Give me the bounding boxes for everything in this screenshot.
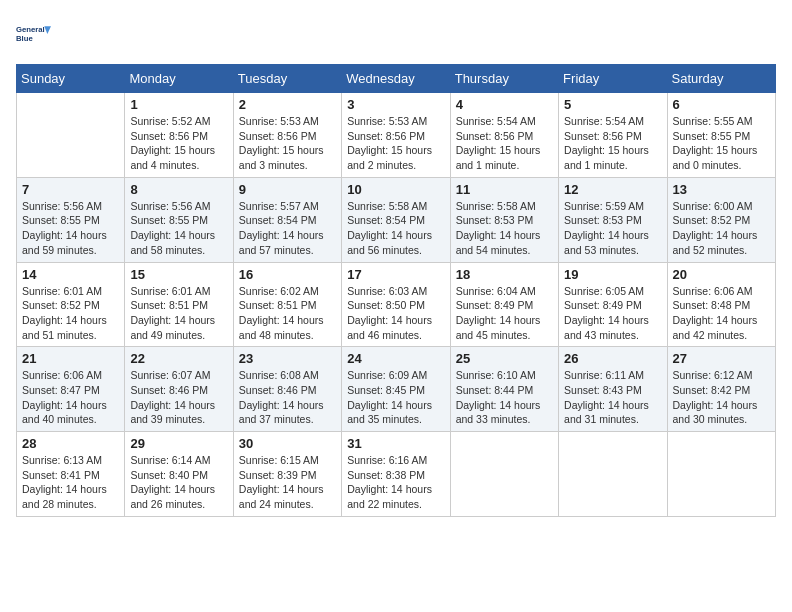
day-info: Sunrise: 6:08 AMSunset: 8:46 PMDaylight:… [239,368,336,427]
day-number: 8 [130,182,227,197]
calendar-cell: 23Sunrise: 6:08 AMSunset: 8:46 PMDayligh… [233,347,341,432]
day-number: 7 [22,182,119,197]
day-info: Sunrise: 5:56 AMSunset: 8:55 PMDaylight:… [22,199,119,258]
week-row-4: 21Sunrise: 6:06 AMSunset: 8:47 PMDayligh… [17,347,776,432]
calendar-cell: 5Sunrise: 5:54 AMSunset: 8:56 PMDaylight… [559,93,667,178]
day-number: 25 [456,351,553,366]
day-number: 29 [130,436,227,451]
week-row-3: 14Sunrise: 6:01 AMSunset: 8:52 PMDayligh… [17,262,776,347]
weekday-header-monday: Monday [125,65,233,93]
day-number: 1 [130,97,227,112]
calendar-cell: 24Sunrise: 6:09 AMSunset: 8:45 PMDayligh… [342,347,450,432]
day-number: 2 [239,97,336,112]
weekday-header-wednesday: Wednesday [342,65,450,93]
calendar-cell: 11Sunrise: 5:58 AMSunset: 8:53 PMDayligh… [450,177,558,262]
day-number: 17 [347,267,444,282]
calendar-cell: 31Sunrise: 6:16 AMSunset: 8:38 PMDayligh… [342,432,450,517]
day-number: 21 [22,351,119,366]
calendar-cell: 12Sunrise: 5:59 AMSunset: 8:53 PMDayligh… [559,177,667,262]
day-info: Sunrise: 6:04 AMSunset: 8:49 PMDaylight:… [456,284,553,343]
calendar-cell: 16Sunrise: 6:02 AMSunset: 8:51 PMDayligh… [233,262,341,347]
calendar-cell: 21Sunrise: 6:06 AMSunset: 8:47 PMDayligh… [17,347,125,432]
day-number: 10 [347,182,444,197]
calendar-cell: 18Sunrise: 6:04 AMSunset: 8:49 PMDayligh… [450,262,558,347]
calendar-cell [450,432,558,517]
calendar-cell: 28Sunrise: 6:13 AMSunset: 8:41 PMDayligh… [17,432,125,517]
day-number: 15 [130,267,227,282]
day-info: Sunrise: 6:01 AMSunset: 8:51 PMDaylight:… [130,284,227,343]
day-number: 12 [564,182,661,197]
calendar-cell: 6Sunrise: 5:55 AMSunset: 8:55 PMDaylight… [667,93,775,178]
day-number: 18 [456,267,553,282]
calendar-cell: 8Sunrise: 5:56 AMSunset: 8:55 PMDaylight… [125,177,233,262]
weekday-header-row: SundayMondayTuesdayWednesdayThursdayFrid… [17,65,776,93]
calendar-cell: 13Sunrise: 6:00 AMSunset: 8:52 PMDayligh… [667,177,775,262]
calendar-cell: 22Sunrise: 6:07 AMSunset: 8:46 PMDayligh… [125,347,233,432]
day-info: Sunrise: 6:01 AMSunset: 8:52 PMDaylight:… [22,284,119,343]
day-info: Sunrise: 6:10 AMSunset: 8:44 PMDaylight:… [456,368,553,427]
week-row-2: 7Sunrise: 5:56 AMSunset: 8:55 PMDaylight… [17,177,776,262]
calendar-cell: 19Sunrise: 6:05 AMSunset: 8:49 PMDayligh… [559,262,667,347]
day-info: Sunrise: 5:55 AMSunset: 8:55 PMDaylight:… [673,114,770,173]
day-info: Sunrise: 5:53 AMSunset: 8:56 PMDaylight:… [239,114,336,173]
day-info: Sunrise: 6:09 AMSunset: 8:45 PMDaylight:… [347,368,444,427]
calendar-cell: 27Sunrise: 6:12 AMSunset: 8:42 PMDayligh… [667,347,775,432]
weekday-header-sunday: Sunday [17,65,125,93]
day-number: 26 [564,351,661,366]
day-number: 11 [456,182,553,197]
day-number: 3 [347,97,444,112]
calendar-cell: 20Sunrise: 6:06 AMSunset: 8:48 PMDayligh… [667,262,775,347]
calendar-cell: 25Sunrise: 6:10 AMSunset: 8:44 PMDayligh… [450,347,558,432]
day-number: 6 [673,97,770,112]
day-info: Sunrise: 5:58 AMSunset: 8:54 PMDaylight:… [347,199,444,258]
day-number: 14 [22,267,119,282]
day-info: Sunrise: 5:53 AMSunset: 8:56 PMDaylight:… [347,114,444,173]
calendar-cell: 4Sunrise: 5:54 AMSunset: 8:56 PMDaylight… [450,93,558,178]
weekday-header-thursday: Thursday [450,65,558,93]
day-info: Sunrise: 6:15 AMSunset: 8:39 PMDaylight:… [239,453,336,512]
weekday-header-saturday: Saturday [667,65,775,93]
day-info: Sunrise: 5:58 AMSunset: 8:53 PMDaylight:… [456,199,553,258]
svg-marker-2 [44,26,51,34]
calendar-cell: 14Sunrise: 6:01 AMSunset: 8:52 PMDayligh… [17,262,125,347]
calendar-cell: 10Sunrise: 5:58 AMSunset: 8:54 PMDayligh… [342,177,450,262]
logo: GeneralBlue [16,16,52,52]
day-info: Sunrise: 5:54 AMSunset: 8:56 PMDaylight:… [456,114,553,173]
day-number: 5 [564,97,661,112]
calendar-cell: 26Sunrise: 6:11 AMSunset: 8:43 PMDayligh… [559,347,667,432]
page-header: GeneralBlue [16,16,776,52]
day-number: 16 [239,267,336,282]
day-info: Sunrise: 6:13 AMSunset: 8:41 PMDaylight:… [22,453,119,512]
day-info: Sunrise: 6:05 AMSunset: 8:49 PMDaylight:… [564,284,661,343]
day-info: Sunrise: 6:06 AMSunset: 8:48 PMDaylight:… [673,284,770,343]
day-number: 13 [673,182,770,197]
day-info: Sunrise: 5:52 AMSunset: 8:56 PMDaylight:… [130,114,227,173]
svg-text:General: General [16,25,45,34]
day-info: Sunrise: 6:16 AMSunset: 8:38 PMDaylight:… [347,453,444,512]
day-info: Sunrise: 5:56 AMSunset: 8:55 PMDaylight:… [130,199,227,258]
calendar-cell [559,432,667,517]
day-number: 22 [130,351,227,366]
day-number: 23 [239,351,336,366]
calendar-cell: 30Sunrise: 6:15 AMSunset: 8:39 PMDayligh… [233,432,341,517]
calendar-cell: 17Sunrise: 6:03 AMSunset: 8:50 PMDayligh… [342,262,450,347]
day-number: 9 [239,182,336,197]
day-number: 4 [456,97,553,112]
day-info: Sunrise: 6:11 AMSunset: 8:43 PMDaylight:… [564,368,661,427]
calendar-cell: 9Sunrise: 5:57 AMSunset: 8:54 PMDaylight… [233,177,341,262]
day-number: 27 [673,351,770,366]
day-number: 24 [347,351,444,366]
day-info: Sunrise: 6:12 AMSunset: 8:42 PMDaylight:… [673,368,770,427]
svg-text:Blue: Blue [16,34,33,43]
day-number: 30 [239,436,336,451]
calendar-cell [667,432,775,517]
week-row-5: 28Sunrise: 6:13 AMSunset: 8:41 PMDayligh… [17,432,776,517]
day-number: 20 [673,267,770,282]
day-info: Sunrise: 5:54 AMSunset: 8:56 PMDaylight:… [564,114,661,173]
week-row-1: 1Sunrise: 5:52 AMSunset: 8:56 PMDaylight… [17,93,776,178]
calendar-cell: 7Sunrise: 5:56 AMSunset: 8:55 PMDaylight… [17,177,125,262]
calendar-table: SundayMondayTuesdayWednesdayThursdayFrid… [16,64,776,517]
weekday-header-friday: Friday [559,65,667,93]
day-info: Sunrise: 6:03 AMSunset: 8:50 PMDaylight:… [347,284,444,343]
calendar-cell: 29Sunrise: 6:14 AMSunset: 8:40 PMDayligh… [125,432,233,517]
